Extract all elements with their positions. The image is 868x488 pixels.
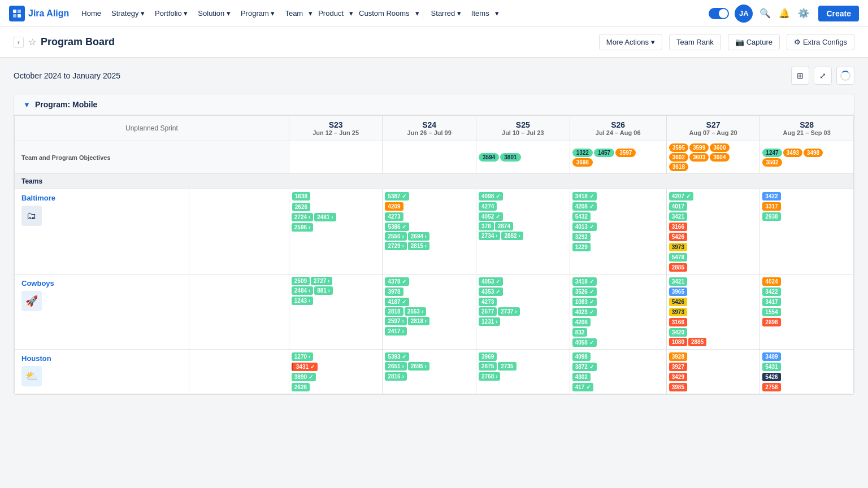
card[interactable]: 1638	[292, 192, 310, 201]
obj-badge[interactable]: 3602	[669, 153, 688, 162]
nav-solution[interactable]: Solution ▾	[193, 7, 235, 20]
nav-settings-btn[interactable]: ⚙️	[795, 5, 813, 23]
team-name-cowboys[interactable]: Cowboys	[21, 279, 182, 287]
card[interactable]: 2677	[479, 307, 497, 316]
obj-badge[interactable]: 3597	[615, 149, 636, 157]
obj-badge[interactable]: 3594	[479, 153, 499, 162]
card[interactable]: 1231 ›	[479, 317, 500, 326]
obj-badge[interactable]: 3801	[500, 153, 520, 162]
extra-configs-button[interactable]: ⚙ Extra Configs	[787, 34, 854, 50]
more-actions-button[interactable]: More Actions ▾	[599, 34, 662, 50]
create-button[interactable]: Create	[818, 6, 859, 21]
card[interactable]: 2596 ›	[292, 223, 313, 232]
card[interactable]: 3292	[572, 233, 591, 241]
card[interactable]: 3420	[669, 328, 687, 337]
card[interactable]: 2938	[762, 212, 780, 221]
card[interactable]: 3985	[669, 383, 687, 391]
card[interactable]: 3417	[762, 298, 780, 306]
fit-view-btn[interactable]: ⊞	[791, 67, 809, 85]
card[interactable]: 5387 ✓	[385, 192, 409, 201]
nav-strategy[interactable]: Strategy ▾	[107, 7, 149, 20]
card[interactable]: 4053 ✓	[479, 277, 503, 286]
team-rank-button[interactable]: Team Rank	[669, 34, 721, 50]
card[interactable]: 2727 ›	[311, 277, 332, 285]
card[interactable]: 3166	[669, 318, 687, 326]
nav-search-btn[interactable]: 🔍	[756, 5, 774, 23]
card[interactable]: 2874	[495, 222, 513, 230]
card[interactable]: 2597 ›	[385, 317, 406, 325]
card[interactable]: 2509	[292, 277, 310, 285]
obj-badge[interactable]: 1247	[762, 149, 782, 157]
card[interactable]: 5426	[669, 298, 687, 306]
card[interactable]: 4098 ✓	[479, 192, 503, 201]
card[interactable]: 5426	[669, 233, 687, 241]
card[interactable]: 2651 ›	[385, 362, 406, 371]
card[interactable]: 2724 ›	[292, 213, 313, 221]
card[interactable]: 3890 ✓	[292, 373, 316, 381]
card[interactable]: 1243 ›	[292, 297, 313, 305]
card[interactable]: 5393 ✓	[385, 352, 409, 361]
obj-badge[interactable]: 1322	[572, 149, 593, 157]
nav-notifications-btn[interactable]: 🔔	[775, 5, 793, 23]
card[interactable]: 3928	[669, 352, 687, 361]
card[interactable]: 2695 ›	[408, 362, 429, 371]
card[interactable]: 3973	[669, 243, 687, 251]
sidebar-collapse-btn[interactable]: ‹	[14, 37, 24, 48]
card[interactable]: 4023 ✓	[572, 308, 597, 316]
team-name-baltimore[interactable]: Baltimore	[21, 194, 182, 202]
card[interactable]: 2816 ›	[385, 372, 406, 381]
capture-button[interactable]: 📷 Capture	[728, 34, 780, 50]
card[interactable]: 4302	[572, 373, 591, 381]
card[interactable]: 2626	[292, 383, 310, 391]
card[interactable]: 3422	[762, 287, 780, 296]
card[interactable]: 2815 ›	[408, 242, 429, 250]
card[interactable]: 2875	[479, 362, 497, 371]
card[interactable]: 4098	[572, 352, 591, 361]
card[interactable]: 3421	[669, 212, 687, 221]
card[interactable]: 3418 ✓	[572, 277, 597, 286]
card[interactable]: 2481 ›	[314, 213, 336, 221]
obj-badge[interactable]: 3595	[669, 143, 688, 152]
card[interactable]: 2729 ›	[385, 242, 406, 250]
card[interactable]: 2550 ›	[385, 232, 406, 241]
card[interactable]: 2694 ›	[408, 232, 429, 241]
card[interactable]: 3973	[669, 308, 687, 316]
card[interactable]: 2758	[762, 383, 780, 391]
card[interactable]: 2626	[292, 203, 310, 211]
card[interactable]: 832	[572, 328, 588, 337]
theme-toggle[interactable]	[709, 8, 729, 19]
obj-badge[interactable]: 3498	[804, 149, 823, 157]
card[interactable]: 4024	[762, 277, 780, 286]
card[interactable]: 417 ✓	[572, 383, 593, 391]
nav-team[interactable]: Team	[280, 7, 307, 20]
nav-avatar-btn[interactable]: JA	[735, 5, 753, 23]
obj-badge[interactable]: 3604	[710, 153, 729, 162]
card[interactable]: 4058 ✓	[572, 338, 597, 347]
card[interactable]: 5432	[572, 212, 591, 221]
card[interactable]: 2818 ›	[408, 317, 429, 325]
card[interactable]: 4187 ✓	[385, 298, 409, 306]
program-collapse-icon[interactable]: ▼	[23, 101, 31, 109]
card[interactable]: 3526 ✓	[572, 287, 597, 296]
card[interactable]: 2734 ›	[479, 232, 500, 240]
star-icon[interactable]: ☆	[28, 37, 36, 47]
card[interactable]: 5431	[762, 363, 780, 371]
obj-badge[interactable]: 3600	[710, 143, 729, 152]
card[interactable]: 2735	[498, 362, 516, 371]
card[interactable]: 4207 ✓	[669, 192, 693, 201]
card[interactable]: 3418 ✓	[572, 192, 597, 201]
card[interactable]: 378	[479, 222, 494, 230]
card[interactable]: 2898	[762, 318, 780, 326]
card[interactable]: 2818	[385, 307, 403, 316]
card[interactable]: 4353 ✓	[479, 287, 503, 296]
card[interactable]: 3422	[762, 192, 780, 201]
card[interactable]: 3421	[669, 277, 687, 286]
card[interactable]: 3927	[669, 363, 687, 371]
card[interactable]: 3166	[669, 223, 687, 231]
nav-items[interactable]: Items	[467, 7, 494, 20]
card[interactable]: 5426	[762, 373, 780, 381]
nav-program[interactable]: Program ▾	[236, 7, 279, 20]
obj-badge[interactable]: 3698	[572, 158, 593, 167]
card[interactable]: 2768 ›	[479, 372, 500, 381]
card[interactable]: 1270 ›	[292, 352, 313, 361]
